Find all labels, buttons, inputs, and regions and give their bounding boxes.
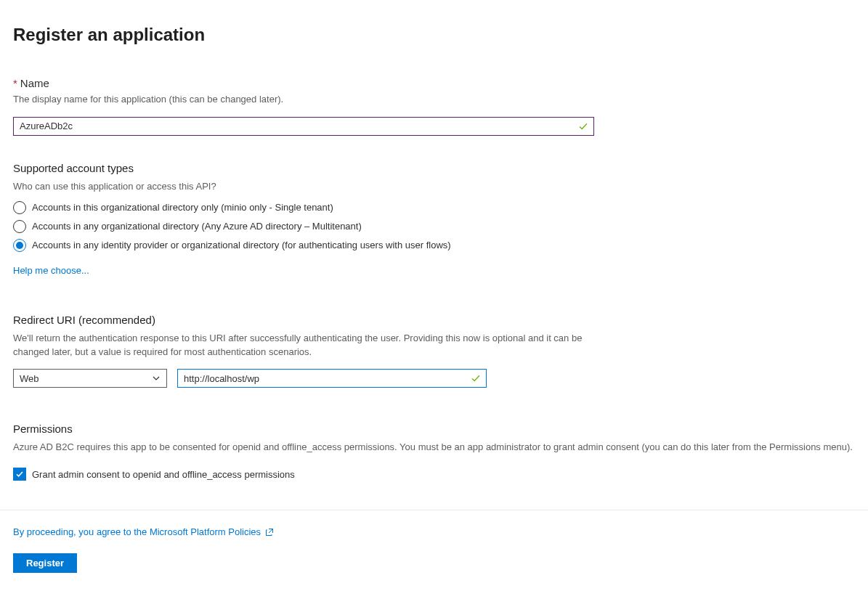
radio-label: Accounts in any identity provider or org… bbox=[32, 240, 451, 250]
radio-single-tenant[interactable]: Accounts in this organizational director… bbox=[13, 201, 855, 214]
redirect-uri-input[interactable] bbox=[177, 369, 487, 388]
account-types-radio-group: Accounts in this organizational director… bbox=[13, 201, 855, 252]
page-title: Register an application bbox=[13, 25, 855, 45]
platform-policies-link[interactable]: By proceeding, you agree to the Microsof… bbox=[13, 526, 274, 537]
account-types-desc: Who can use this application or access t… bbox=[13, 180, 855, 194]
redirect-uri-heading: Redirect URI (recommended) bbox=[13, 314, 855, 326]
name-desc: The display name for this application (t… bbox=[13, 93, 855, 107]
radio-multitenant[interactable]: Accounts in any organizational directory… bbox=[13, 220, 855, 233]
permissions-desc: Azure AD B2C requires this app to be con… bbox=[13, 441, 855, 455]
required-asterisk: * bbox=[13, 77, 17, 89]
account-types-heading: Supported account types bbox=[13, 162, 855, 174]
register-button[interactable]: Register bbox=[13, 553, 77, 573]
checkbox-label: Grant admin consent to openid and offlin… bbox=[32, 469, 295, 480]
chevron-down-icon bbox=[152, 374, 161, 383]
platform-select[interactable]: Web bbox=[13, 369, 167, 388]
name-input[interactable] bbox=[13, 117, 594, 136]
help-me-choose-link[interactable]: Help me choose... bbox=[13, 265, 89, 276]
redirect-uri-desc: We'll return the authentication response… bbox=[13, 332, 594, 359]
radio-icon bbox=[13, 239, 26, 252]
radio-label: Accounts in any organizational directory… bbox=[32, 221, 362, 232]
radio-any-identity-provider[interactable]: Accounts in any identity provider or org… bbox=[13, 239, 855, 252]
external-link-icon bbox=[265, 528, 274, 537]
permissions-heading: Permissions bbox=[13, 423, 855, 435]
radio-icon bbox=[13, 201, 26, 214]
platform-value: Web bbox=[20, 373, 39, 384]
radio-icon bbox=[13, 220, 26, 233]
grant-consent-checkbox[interactable]: Grant admin consent to openid and offlin… bbox=[13, 468, 855, 481]
name-label: *Name bbox=[13, 77, 855, 89]
radio-label: Accounts in this organizational director… bbox=[32, 202, 333, 213]
checkbox-icon bbox=[13, 468, 26, 481]
